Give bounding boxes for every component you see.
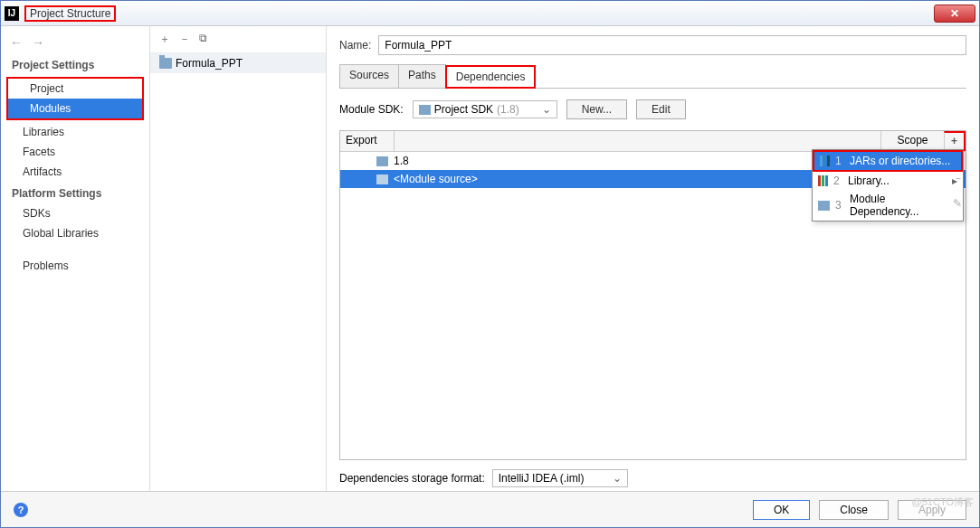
remove-module-icon[interactable]: －	[179, 32, 190, 47]
module-list-panel: ＋ － ⧉ Formula_PPT	[150, 26, 327, 491]
window-close-button[interactable]: ✕	[934, 5, 975, 23]
main-area: ← → Project Settings Project Modules Lib…	[1, 26, 979, 491]
storage-format-value: IntelliJ IDEA (.iml)	[499, 472, 585, 485]
copy-module-icon[interactable]: ⧉	[199, 32, 207, 47]
watermark-text: @51CTO博客	[912, 495, 974, 509]
tab-paths[interactable]: Paths	[398, 64, 446, 88]
nav-back-icon[interactable]: ←	[10, 35, 23, 50]
popup-index: 1	[835, 155, 844, 167]
left-sidebar: ← → Project Settings Project Modules Lib…	[1, 26, 150, 491]
scope-column-header[interactable]: Scope	[880, 131, 944, 151]
popup-item-module-dependency[interactable]: 3 Module Dependency...	[813, 190, 963, 221]
table-side-toolbar: － ✎	[953, 171, 964, 210]
tab-bar: Sources Paths Dependencies	[339, 64, 966, 89]
module-name-label: Formula_PPT	[176, 57, 243, 70]
close-button[interactable]: Close	[819, 500, 889, 520]
ok-button[interactable]: OK	[753, 500, 810, 520]
sidebar-item-artifacts[interactable]: Artifacts	[1, 162, 149, 182]
project-settings-heading: Project Settings	[1, 53, 149, 75]
new-sdk-button[interactable]: New...	[566, 99, 627, 119]
minus-icon[interactable]: －	[953, 171, 964, 186]
add-dependency-popup: 1 JARs or directories... 2 Library... ▸ …	[812, 149, 964, 222]
sidebar-item-project[interactable]: Project	[8, 79, 142, 99]
sidebar-item-sdks[interactable]: SDKs	[1, 203, 149, 223]
edit-pencil-icon[interactable]: ✎	[953, 197, 964, 210]
popup-label: Module Dependency...	[850, 193, 957, 218]
titlebar: IJ Project Structure ✕	[1, 1, 979, 26]
add-module-icon[interactable]: ＋	[159, 32, 170, 47]
module-name-input[interactable]	[378, 35, 966, 55]
name-label: Name:	[339, 39, 371, 52]
sdk-value: Project SDK	[434, 103, 493, 116]
nav-forward-icon[interactable]: →	[32, 35, 44, 50]
popup-item-library[interactable]: 2 Library... ▸	[813, 172, 963, 190]
window-title: Project Structure	[24, 5, 116, 22]
dependency-label: 1.8	[394, 155, 409, 167]
module-sdk-label: Module SDK:	[339, 103, 404, 116]
chevron-down-icon: ⌄	[613, 472, 622, 485]
popup-item-jars[interactable]: 1 JARs or directories...	[813, 150, 963, 172]
popup-index: 3	[835, 199, 844, 212]
platform-settings-heading: Platform Settings	[1, 182, 149, 203]
dependencies-table: Export Scope + 1.8 <Module source> 1 JAR…	[339, 130, 966, 460]
popup-label: Library...	[848, 174, 890, 187]
detail-panel: Name: Sources Paths Dependencies Module …	[327, 26, 979, 491]
highlighted-nav-group: Project Modules	[6, 77, 144, 120]
sdk-version: (1.8)	[497, 103, 519, 116]
app-icon: IJ	[5, 6, 19, 21]
jars-icon	[820, 156, 830, 166]
sidebar-item-modules[interactable]: Modules	[8, 99, 142, 118]
folder-icon	[376, 156, 388, 166]
add-dependency-button[interactable]: +	[944, 131, 966, 151]
tab-dependencies[interactable]: Dependencies	[445, 65, 537, 89]
export-column-header[interactable]: Export	[340, 131, 395, 151]
module-tree-item[interactable]: Formula_PPT	[150, 53, 326, 73]
storage-format-label: Dependencies storage format:	[339, 472, 485, 485]
popup-label: JARs or directories...	[850, 155, 950, 167]
dialog-footer: ? OK Close Apply	[1, 491, 979, 527]
module-dep-icon	[818, 201, 830, 211]
folder-icon	[376, 174, 388, 184]
sidebar-item-facets[interactable]: Facets	[1, 142, 149, 162]
dependency-label: <Module source>	[394, 173, 478, 185]
library-icon	[818, 175, 828, 186]
popup-index: 2	[833, 174, 842, 187]
storage-format-dropdown[interactable]: IntelliJ IDEA (.iml) ⌄	[492, 469, 628, 487]
sidebar-item-global-libraries[interactable]: Global Libraries	[1, 223, 149, 243]
sidebar-item-libraries[interactable]: Libraries	[1, 122, 149, 142]
module-sdk-dropdown[interactable]: Project SDK (1.8) ⌄	[413, 100, 557, 118]
chevron-down-icon: ⌄	[542, 103, 551, 116]
module-folder-icon	[159, 58, 172, 69]
help-icon[interactable]: ?	[14, 503, 28, 517]
edit-sdk-button[interactable]: Edit	[636, 99, 686, 119]
sidebar-item-problems[interactable]: Problems	[1, 256, 149, 276]
tab-sources[interactable]: Sources	[339, 64, 399, 88]
sdk-folder-icon	[419, 105, 431, 115]
